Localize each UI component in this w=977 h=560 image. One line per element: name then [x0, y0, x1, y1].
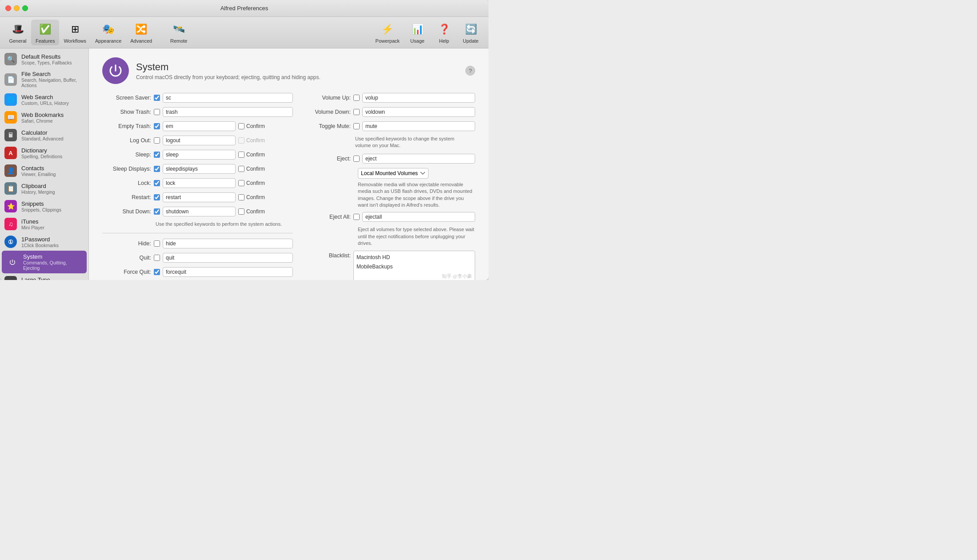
- sidebar-item-calculator[interactable]: 🖩 Calculator Standard, Advanced: [0, 126, 88, 144]
- sidebar-item-contacts[interactable]: 👤 Contacts Viewer, Emailing: [0, 162, 88, 180]
- sleep-input[interactable]: [163, 150, 236, 160]
- sidebar-item-web-search[interactable]: 🌐 Web Search Custom, URLs, History: [0, 91, 88, 108]
- workflows-label: Workflows: [64, 38, 86, 44]
- restart-checkbox[interactable]: [154, 194, 160, 200]
- workflows-icon: ⊞: [67, 21, 83, 37]
- quit-checkbox[interactable]: [154, 255, 160, 261]
- toolbar-features[interactable]: ✅ Features: [31, 20, 59, 45]
- toggle-mute-input[interactable]: [362, 121, 475, 131]
- sidebar-item-web-bookmarks[interactable]: 📖 Web Bookmarks Safari, Chrome: [0, 108, 88, 126]
- lock-confirm-label[interactable]: Confirm: [238, 180, 265, 186]
- log-out-row: Log Out: Confirm: [102, 136, 293, 145]
- shut-down-input[interactable]: [163, 207, 236, 216]
- show-trash-row: Show Trash:: [102, 107, 293, 117]
- toolbar-remote[interactable]: 🛰️ Remote: [165, 20, 192, 45]
- minimize-button[interactable]: [14, 5, 20, 11]
- restart-input[interactable]: [163, 192, 236, 202]
- force-quit-input[interactable]: [163, 267, 293, 277]
- restart-confirm-checkbox[interactable]: [238, 194, 244, 200]
- eject-all-checkbox[interactable]: [353, 214, 360, 220]
- toolbar-help[interactable]: ❓ Help: [431, 20, 457, 45]
- restart-confirm-label[interactable]: Confirm: [238, 194, 265, 200]
- sidebar-item-desc: Commands, Quitting, Ejecting: [23, 260, 82, 271]
- hide-input[interactable]: [163, 239, 293, 248]
- sidebar-item-default-results[interactable]: 🔍 Default Results Scope, Types, Fallback…: [0, 50, 88, 68]
- empty-trash-input[interactable]: [163, 121, 236, 131]
- sidebar-item-itunes[interactable]: ♫ iTunes Mini Player: [0, 215, 88, 233]
- toolbar-appearance[interactable]: 🎭 Appearance: [91, 20, 126, 45]
- snippets-icon: ⭐: [4, 200, 17, 212]
- sidebar-item-1password[interactable]: ① 1Password 1Click Bookmarks: [0, 233, 88, 251]
- eject-checkbox[interactable]: [353, 156, 360, 162]
- sleep-displays-confirm-checkbox[interactable]: [238, 166, 244, 172]
- sleep-displays-row: Sleep Displays: Confirm: [102, 164, 293, 174]
- screen-saver-input[interactable]: [163, 93, 293, 103]
- volume-down-input[interactable]: [362, 107, 475, 117]
- show-trash-input[interactable]: [163, 107, 293, 117]
- volume-up-input[interactable]: [362, 93, 475, 103]
- toggle-mute-label: Toggle Mute:: [306, 123, 351, 129]
- toolbar-general[interactable]: 🎩 General: [4, 20, 31, 45]
- quit-input[interactable]: [163, 253, 293, 263]
- screen-saver-checkbox[interactable]: [154, 95, 160, 101]
- log-out-checkbox[interactable]: [154, 137, 160, 144]
- sleep-confirm-checkbox[interactable]: [238, 152, 244, 158]
- itunes-icon: ♫: [4, 218, 17, 230]
- sidebar-item-clipboard[interactable]: 📋 Clipboard History, Merging: [0, 180, 88, 197]
- toolbar: 🎩 General ✅ Features ⊞ Workflows 🎭 Appea…: [0, 17, 488, 48]
- eject-all-row: Eject All:: [306, 212, 475, 222]
- toolbar-powerpack[interactable]: ⚡ Powerpack: [371, 20, 404, 45]
- sidebar-item-name: Snippets: [21, 200, 61, 207]
- shut-down-confirm-label[interactable]: Confirm: [238, 208, 265, 215]
- right-column: Volume Up: Volume Down: Toggle Mute:: [306, 93, 475, 280]
- hide-checkbox[interactable]: [154, 240, 160, 247]
- sleep-displays-confirm-label[interactable]: Confirm: [238, 166, 265, 172]
- empty-trash-checkbox[interactable]: [154, 123, 160, 129]
- web-search-icon: 🌐: [4, 93, 17, 106]
- toolbar-workflows[interactable]: ⊞ Workflows: [59, 20, 91, 45]
- blacklist-box[interactable]: Macintosh HD MobileBackups 知乎 @李小豪: [353, 251, 475, 280]
- show-trash-checkbox[interactable]: [154, 109, 160, 115]
- sidebar-item-desc: Spelling, Definitions: [21, 154, 62, 159]
- sidebar-item-dictionary[interactable]: A Dictionary Spelling, Definitions: [0, 144, 88, 162]
- system-hint: Use the specified keywords to perform th…: [156, 221, 293, 228]
- volume-up-row: Volume Up:: [306, 93, 475, 103]
- eject-scope-select[interactable]: Local Mounted Volumes All Volumes: [358, 168, 428, 179]
- log-out-input[interactable]: [163, 136, 236, 145]
- fullscreen-button[interactable]: [22, 5, 28, 11]
- volume-up-checkbox[interactable]: [353, 95, 360, 101]
- sleep-displays-checkbox[interactable]: [154, 166, 160, 172]
- empty-trash-confirm-checkbox[interactable]: [238, 123, 244, 129]
- toolbar-usage[interactable]: 📊 Usage: [404, 20, 431, 45]
- shut-down-checkbox[interactable]: [154, 208, 160, 215]
- force-quit-checkbox[interactable]: [154, 269, 160, 275]
- usage-label: Usage: [410, 38, 424, 44]
- sidebar-item-name: Large Type: [21, 276, 50, 280]
- empty-trash-confirm-label[interactable]: Confirm: [238, 123, 265, 129]
- toolbar-advanced[interactable]: 🔀 Advanced: [126, 20, 156, 45]
- lock-confirm-checkbox[interactable]: [238, 180, 244, 186]
- blacklist-row: Blacklist: Macintosh HD MobileBackups 知乎…: [306, 251, 475, 280]
- sidebar-item-system[interactable]: System Commands, Quitting, Ejecting: [2, 251, 87, 273]
- content-help-button[interactable]: ?: [465, 66, 475, 76]
- toolbar-update[interactable]: 🔄 Update: [457, 20, 484, 45]
- log-out-confirm-checkbox: [238, 137, 244, 144]
- sidebar-item-snippets[interactable]: ⭐ Snippets Snippets, Clippings: [0, 197, 88, 215]
- sidebar-item-file-search[interactable]: 📄 File Search Search, Navigation, Buffer…: [0, 68, 88, 91]
- sleep-displays-input[interactable]: [163, 164, 236, 174]
- sidebar-item-large-type[interactable]: L Large Type Display, Font: [0, 273, 88, 280]
- lock-input[interactable]: [163, 178, 236, 188]
- lock-row: Lock: Confirm: [102, 178, 293, 188]
- volume-down-checkbox[interactable]: [353, 109, 360, 115]
- sleep-confirm-label[interactable]: Confirm: [238, 152, 265, 158]
- remote-icon: 🛰️: [171, 21, 187, 37]
- quit-row: Quit:: [102, 253, 293, 263]
- toggle-mute-checkbox[interactable]: [353, 123, 360, 129]
- close-button[interactable]: [5, 5, 11, 11]
- sleep-checkbox[interactable]: [154, 152, 160, 158]
- eject-all-input[interactable]: [362, 212, 475, 222]
- eject-input[interactable]: [362, 154, 475, 164]
- lock-checkbox[interactable]: [154, 180, 160, 186]
- content-header: System Control macOS directly from your …: [102, 57, 475, 84]
- shut-down-confirm-checkbox[interactable]: [238, 208, 244, 215]
